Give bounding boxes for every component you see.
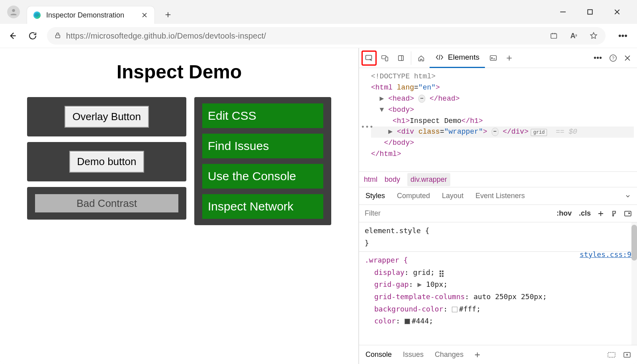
paint-icon[interactable] xyxy=(611,210,617,217)
edge-icon xyxy=(33,11,41,19)
svg-rect-5 xyxy=(366,55,372,60)
window-maximize-button[interactable] xyxy=(586,8,594,16)
svg-rect-9 xyxy=(490,55,496,60)
tab-title: Inspector Demonstration xyxy=(46,11,136,19)
back-button[interactable] xyxy=(4,27,21,45)
drawer-expand-icon[interactable] xyxy=(623,352,631,358)
devtools-panel: Elements ••• ? ••• <!DOCTYPE html> <html… xyxy=(358,48,637,364)
dom-selected-node[interactable]: ▶ <div class="wrapper"> ⋯ </div>grid == … xyxy=(371,127,634,138)
svg-rect-3 xyxy=(56,35,60,38)
inspect-element-button[interactable] xyxy=(361,51,377,66)
svg-point-0 xyxy=(12,9,15,12)
link-find-issues[interactable]: Find Issues xyxy=(202,134,323,158)
cls-toggle[interactable]: .cls xyxy=(579,209,591,218)
address-field[interactable]: https://microsoftedge.github.io/Demos/de… xyxy=(47,27,606,45)
devtools-drawer: Console Issues Changes xyxy=(359,345,637,364)
devtools-help-button[interactable]: ? xyxy=(609,54,617,62)
panel-toggle-icon[interactable] xyxy=(624,211,631,216)
drawer-tab-changes[interactable]: Changes xyxy=(435,350,463,359)
link-inspect-network[interactable]: Inspect Network xyxy=(202,194,323,219)
crumb-html[interactable]: html xyxy=(364,175,377,184)
tab-styles[interactable]: Styles xyxy=(365,192,385,200)
device-toggle-button[interactable] xyxy=(377,51,393,66)
profile-avatar[interactable] xyxy=(7,6,20,18)
browser-tab[interactable]: Inspector Demonstration xyxy=(27,6,154,24)
devtools-close-button[interactable] xyxy=(624,55,631,61)
address-bar: https://microsoftedge.github.io/Demos/de… xyxy=(0,24,637,48)
demo-card-1: Overlay Button xyxy=(27,97,186,136)
svg-rect-12 xyxy=(625,211,631,216)
svg-rect-8 xyxy=(399,55,404,60)
new-tab-button[interactable] xyxy=(160,7,176,23)
drawer-tab-issues[interactable]: Issues xyxy=(403,350,424,359)
drawer-add-button[interactable] xyxy=(475,352,480,358)
window-minimize-button[interactable] xyxy=(559,8,567,16)
source-link[interactable]: styles.css:9 xyxy=(580,249,631,261)
grid-swatch-icon xyxy=(439,270,445,276)
selection-marker-icon: ••• xyxy=(361,122,373,133)
demo-card-right: Edit CSS Find Issues Use the Console Ins… xyxy=(194,97,331,225)
hov-toggle[interactable]: :hov xyxy=(557,209,572,218)
link-edit-css[interactable]: Edit CSS xyxy=(202,103,323,128)
add-tab-button[interactable] xyxy=(502,51,517,66)
crumb-body[interactable]: body xyxy=(385,175,400,184)
svg-rect-13 xyxy=(608,352,615,357)
devtools-more-button[interactable]: ••• xyxy=(594,53,602,62)
styles-rules[interactable]: element.style { } styles.css:9 .wrapper … xyxy=(359,222,637,345)
read-aloud-icon[interactable]: A⁾⁾ xyxy=(569,31,578,41)
window-close-button[interactable] xyxy=(613,8,621,16)
dom-tree[interactable]: ••• <!DOCTYPE html> <html lang="en"> ▶ <… xyxy=(359,68,637,171)
url-text: https://microsoftedge.github.io/Demos/de… xyxy=(66,31,266,41)
settings-more-button[interactable]: ••• xyxy=(618,31,627,41)
page-heading: Inspect Demo xyxy=(27,61,331,83)
link-use-console[interactable]: Use the Console xyxy=(202,164,323,189)
crumb-div-wrapper[interactable]: div.wrapper xyxy=(407,173,450,186)
panel-tabs-expand-icon[interactable] xyxy=(625,193,631,199)
titlebar: Inspector Demonstration xyxy=(0,0,637,24)
drawer-tab-console[interactable]: Console xyxy=(365,350,392,359)
lock-icon xyxy=(54,32,62,40)
tab-close-button[interactable] xyxy=(141,12,148,19)
app-icon[interactable] xyxy=(549,31,559,41)
tab-layout[interactable]: Layout xyxy=(442,192,463,200)
devtools-toolbar: Elements ••• ? xyxy=(359,48,637,68)
dock-button[interactable] xyxy=(393,51,408,66)
styles-panel-tabs: Styles Computed Layout Event Listeners xyxy=(359,187,637,205)
new-style-button[interactable] xyxy=(598,211,604,216)
overlay-button[interactable]: Overlay Button xyxy=(64,106,149,128)
welcome-tab-button[interactable] xyxy=(414,51,429,66)
console-tab-button[interactable] xyxy=(486,51,501,66)
tab-event-listeners[interactable]: Event Listeners xyxy=(475,192,525,200)
bad-contrast-box: Bad Contrast xyxy=(35,194,178,212)
favorite-icon[interactable] xyxy=(589,31,598,41)
tab-computed[interactable]: Computed xyxy=(397,192,430,200)
demo-card-3: Bad Contrast xyxy=(27,187,186,220)
rendered-page: Inspect Demo Overlay Button Demo button … xyxy=(0,48,358,364)
svg-rect-7 xyxy=(385,57,388,61)
demo-card-2: Demo button xyxy=(27,142,186,181)
svg-rect-2 xyxy=(588,10,592,14)
dom-breadcrumb: html body div.wrapper xyxy=(359,171,637,187)
elements-tab[interactable]: Elements xyxy=(430,48,485,68)
demo-button[interactable]: Demo button xyxy=(69,151,145,173)
styles-filter-input[interactable] xyxy=(359,205,551,222)
drawer-dock-icon[interactable] xyxy=(608,352,616,358)
refresh-button[interactable] xyxy=(24,27,41,45)
styles-filter-row: :hov .cls xyxy=(359,205,637,222)
styles-scrollbar[interactable] xyxy=(631,222,637,345)
svg-rect-4 xyxy=(551,34,557,39)
svg-text:?: ? xyxy=(612,55,614,60)
